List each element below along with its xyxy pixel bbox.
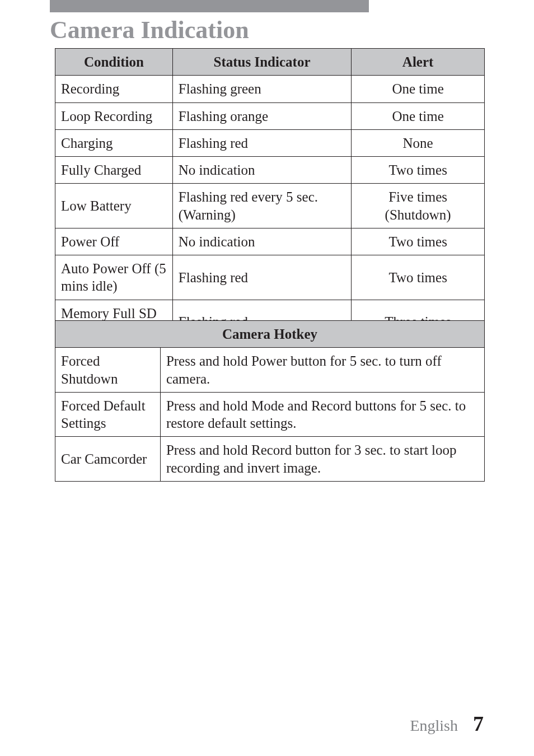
table2-header: Camera Hotkey: [55, 321, 485, 348]
cell-status: Flashing green: [172, 76, 351, 102]
table1-header-condition: Condition: [55, 49, 173, 76]
cell-condition: Loop Recording: [55, 102, 173, 129]
camera-indication-table: Condition Status Indicator Alert Recordi…: [55, 48, 485, 344]
cell-hotkey-desc: Press and hold Record button for 3 sec. …: [160, 437, 484, 482]
cell-status: Flashing orange: [172, 102, 351, 129]
table-row: Power Off No indication Two times: [55, 228, 485, 255]
cell-alert: None: [352, 129, 485, 156]
cell-condition: Recording: [55, 76, 173, 102]
cell-condition: Power Off: [55, 228, 173, 255]
table-row: Car Camcorder Press and hold Record butt…: [55, 437, 485, 482]
table-row: Auto Power Off (5 mins idle) Flashing re…: [55, 255, 485, 300]
cell-hotkey-name: Forced Default Settings: [55, 392, 161, 437]
table-row: Charging Flashing red None: [55, 129, 485, 156]
cell-condition: Low Battery: [55, 184, 173, 228]
cell-condition: Fully Charged: [55, 157, 173, 184]
cell-condition: Auto Power Off (5 mins idle): [55, 255, 173, 300]
page-footer: English 7: [410, 711, 484, 736]
table1-header-alert: Alert: [352, 49, 485, 76]
table-row: Fully Charged No indication Two times: [55, 157, 485, 184]
cell-status: Flashing red: [172, 129, 351, 156]
cell-hotkey-name: Car Camcorder: [55, 437, 161, 482]
cell-alert: One time: [352, 102, 485, 129]
page-number: 7: [473, 712, 484, 735]
cell-hotkey-name: Forced Shutdown: [55, 348, 161, 393]
table-row: Forced Default Settings Press and hold M…: [55, 392, 485, 437]
cell-hotkey-desc: Press and hold Mode and Record buttons f…: [160, 392, 484, 437]
table1-header-status: Status Indicator: [172, 49, 351, 76]
cell-status: Flashing red every 5 sec. (Warning): [172, 184, 351, 228]
cell-condition: Charging: [55, 129, 173, 156]
cell-alert: One time: [352, 76, 485, 102]
cell-hotkey-desc: Press and hold Power button for 5 sec. t…: [160, 348, 484, 393]
page-title: Camera Indication: [50, 16, 249, 44]
cell-alert: Two times: [352, 255, 485, 300]
cell-status: No indication: [172, 157, 351, 184]
header-bar: [50, 0, 369, 12]
camera-hotkey-table: Camera Hotkey Forced Shutdown Press and …: [55, 320, 485, 482]
cell-status: No indication: [172, 228, 351, 255]
table-row: Forced Shutdown Press and hold Power but…: [55, 348, 485, 393]
table-row: Recording Flashing green One time: [55, 76, 485, 102]
footer-language: English: [410, 717, 458, 734]
cell-alert: Two times: [352, 228, 485, 255]
table-row: Loop Recording Flashing orange One time: [55, 102, 485, 129]
cell-alert: Two times: [352, 157, 485, 184]
cell-status: Flashing red: [172, 255, 351, 300]
cell-alert: Five times (Shutdown): [352, 184, 485, 228]
table-row: Low Battery Flashing red every 5 sec. (W…: [55, 184, 485, 228]
